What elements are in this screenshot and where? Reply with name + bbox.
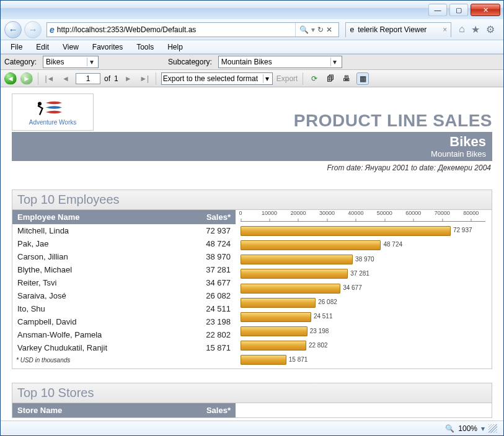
print-preview-button[interactable]: 🗐 (324, 72, 337, 85)
employee-sales: 23 198 (192, 315, 236, 328)
section-top-stores: Top 10 Stores Store Name Sales* (12, 383, 492, 418)
window-controls: — ▢ ✕ (425, 2, 503, 18)
refresh-report-button[interactable]: ⟳ (308, 72, 321, 85)
bar (241, 312, 311, 322)
bar-row: 34 677 (241, 281, 485, 295)
bar-label: 26 082 (316, 299, 337, 305)
refresh-icon[interactable]: ↻ (317, 25, 324, 34)
print-button[interactable]: 🖶 (340, 72, 353, 85)
report: Adventure Works PRODUCT LINE SALES Bikes… (1, 87, 503, 421)
bar-row: 26 082 (241, 295, 485, 310)
bar (241, 269, 348, 279)
ie-icon: e (50, 25, 55, 35)
search-icon: 🔍 (299, 25, 309, 34)
band-subcategory: Mountain Bikes (18, 149, 486, 159)
address-bar[interactable]: e 🔍 ▾ ↻ ✕ (46, 22, 339, 37)
nav-back-button[interactable]: ◄ (4, 72, 17, 85)
bar-label: 72 937 (451, 227, 472, 233)
page-of-label: of (104, 74, 110, 83)
page-input[interactable] (76, 73, 100, 84)
subcategory-select[interactable]: Mountain Bikes ▾ (218, 56, 342, 68)
menu-favorites[interactable]: Favorites (86, 41, 129, 53)
bar-label: 24 511 (311, 313, 333, 320)
close-button[interactable]: ✕ (471, 4, 500, 16)
menu-file[interactable]: File (4, 41, 29, 53)
col-sales: Sales* (192, 403, 236, 417)
axis-tick: 0 (239, 210, 242, 216)
report-params: Category: Bikes ▾ Subcategory: Mountain … (1, 54, 503, 70)
menu-view[interactable]: View (56, 41, 85, 53)
forward-button[interactable]: → (24, 21, 42, 38)
bar-row: 48 724 (241, 238, 485, 252)
favorites-icon[interactable]: ★ (471, 24, 480, 35)
nav-forward-button[interactable]: ► (20, 72, 33, 85)
browser-navbar: ← → e 🔍 ▾ ↻ ✕ e telerik Report Viewer × … (1, 19, 503, 40)
axis-tick: 10000 (262, 210, 277, 216)
section-title: Top 10 Stores (12, 383, 492, 403)
export-format-value: Export to the selected format (163, 74, 258, 83)
browser-tab[interactable]: e telerik Report Viewer × (345, 22, 451, 37)
bar-label: 37 281 (348, 270, 369, 277)
employee-sales: 48 724 (192, 237, 236, 250)
last-page-button[interactable]: ►| (138, 72, 151, 85)
app-window: — ▢ ✕ ← → e 🔍 ▾ ↻ ✕ e telerik Report Vie… (0, 0, 504, 436)
separator (38, 72, 38, 85)
arrow-right-icon: → (29, 24, 38, 35)
url-input[interactable] (57, 25, 293, 34)
axis-tick: 40000 (348, 210, 363, 216)
zoom-menu[interactable]: ▾ (481, 424, 485, 433)
back-button[interactable]: ← (4, 21, 22, 38)
table-row: Campbell, David23 198 (12, 315, 236, 328)
employee-name: Carson, Jillian (12, 250, 192, 263)
stop-icon[interactable]: ✕ (326, 25, 332, 34)
bar (241, 326, 307, 336)
menu-help[interactable]: Help (161, 41, 189, 53)
bar-label: 15 871 (286, 356, 308, 363)
menu-edit[interactable]: Edit (30, 41, 55, 53)
bar-label: 22 802 (306, 342, 328, 349)
employee-name: Ito, Shu (12, 302, 192, 315)
menubar: File Edit View Favorites Tools Help (1, 40, 503, 54)
employee-name: Pak, Jae (12, 237, 192, 250)
menu-tools[interactable]: Tools (130, 41, 160, 53)
employee-sales: 72 937 (192, 224, 236, 237)
table-row: Blythe, Michael37 281 (12, 263, 236, 276)
employee-name: Campbell, David (12, 315, 192, 328)
employee-sales: 15 871 (192, 341, 236, 354)
subcategory-value: Mountain Bikes (221, 58, 272, 66)
report-toolbar: ◄ ► |◄ ◄ of 1 ► ►| Export to the selecte… (1, 70, 503, 87)
logo: Adventure Works (12, 94, 94, 131)
bar-label: 48 724 (381, 241, 402, 248)
export-button[interactable]: Export (276, 74, 298, 83)
table-row: Carson, Jillian38 970 (12, 250, 236, 263)
employee-name: Mitchell, Linda (12, 224, 192, 237)
bar-label: 38 970 (353, 256, 374, 263)
prev-page-button[interactable]: ◄ (60, 72, 72, 85)
arrow-left-icon: ← (9, 24, 18, 35)
first-page-button[interactable]: |◄ (43, 72, 56, 85)
next-page-button[interactable]: ► (122, 72, 135, 85)
toggle-layout-button[interactable]: ▦ (356, 72, 369, 85)
search-segment[interactable]: 🔍 ▾ ↻ ✕ (295, 23, 336, 37)
home-icon[interactable]: ⌂ (459, 24, 465, 35)
report-viewport[interactable]: Adventure Works PRODUCT LINE SALES Bikes… (1, 87, 503, 421)
titlebar: — ▢ ✕ (1, 1, 503, 19)
maximize-button[interactable]: ▢ (449, 4, 468, 16)
tab-close-icon[interactable]: × (443, 25, 447, 34)
axis-tick: 20000 (290, 210, 306, 216)
resize-grip[interactable] (489, 424, 497, 433)
zoom-value: 100% (458, 424, 477, 433)
gear-icon[interactable]: ⚙ (486, 24, 495, 35)
table-row: Reiter, Tsvi34 677 (12, 276, 236, 289)
axis-tick: 30000 (319, 210, 335, 216)
employee-name: Reiter, Tsvi (12, 276, 192, 289)
table-row: Ansman-Wolfe, Pamela22 802 (12, 328, 236, 341)
employee-sales: 26 082 (192, 289, 236, 302)
export-format-select[interactable]: Export to the selected format ▾ (161, 72, 273, 85)
minimize-button[interactable]: — (428, 4, 447, 16)
col-employee: Employee Name (12, 210, 192, 224)
chevron-down-icon: ▾ (263, 74, 271, 83)
zoom-icon[interactable]: 🔍 (445, 424, 454, 433)
category-select[interactable]: Bikes ▾ (43, 56, 99, 68)
bar (241, 226, 451, 236)
